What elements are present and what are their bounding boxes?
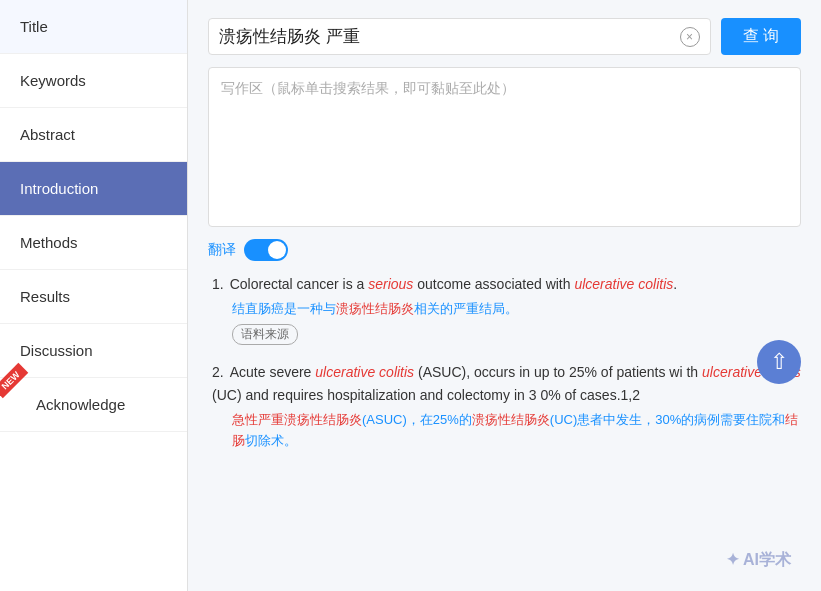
scroll-up-button[interactable]: ⇧ xyxy=(757,340,801,384)
sidebar-item-title[interactable]: Title xyxy=(0,0,187,54)
sidebar-item-discussion[interactable]: Discussion xyxy=(0,324,187,378)
translate-label: 翻译 xyxy=(208,241,236,259)
translate-toggle[interactable] xyxy=(244,239,288,261)
result-en-part: . xyxy=(673,276,677,292)
search-query: 溃疡性结肠炎 严重 xyxy=(219,25,680,48)
result-en-text: 2.Acute severe ulcerative colitis (ASUC)… xyxy=(212,361,801,406)
search-bar: 溃疡性结肠炎 严重 × 查 询 xyxy=(208,18,801,55)
result-item: 2.Acute severe ulcerative colitis (ASUC)… xyxy=(208,361,801,451)
result-cn-part: 相关的严重结局。 xyxy=(414,301,518,316)
sidebar-item-results[interactable]: Results xyxy=(0,270,187,324)
result-cn-text: 急性严重溃疡性结肠炎(ASUC)，在25%的溃疡性结肠炎(UC)患者中发生，30… xyxy=(212,410,801,452)
corpus-tag[interactable]: 语料来源 xyxy=(232,324,298,345)
result-cn-part: 溃疡性结肠炎 xyxy=(472,412,550,427)
result-en-part: (ASUC), occurs in up to 25% of patients … xyxy=(414,364,702,380)
sidebar-item-abstract[interactable]: Abstract xyxy=(0,108,187,162)
search-input-wrapper: 溃疡性结肠炎 严重 × xyxy=(208,18,711,55)
sidebar-item-label: Abstract xyxy=(20,126,75,143)
search-button[interactable]: 查 询 xyxy=(721,18,801,55)
result-en-part: outcome associated with xyxy=(413,276,574,292)
result-en-part: (UC) and requires hospitalization and co… xyxy=(212,387,640,403)
sidebar-item-label: Keywords xyxy=(20,72,86,89)
result-cn-text: 结直肠癌是一种与溃疡性结肠炎相关的严重结局。 xyxy=(212,299,801,320)
result-cn-part: (UC)患者中发生，30%的病例需要住院和 xyxy=(550,412,785,427)
sidebar-item-label: Methods xyxy=(20,234,78,251)
sidebar-item-label: Results xyxy=(20,288,70,305)
result-cn-part: 切除术。 xyxy=(245,433,297,448)
sidebar-item-acknowledge[interactable]: NEWAcknowledge xyxy=(0,378,187,432)
main-content: 溃疡性结肠炎 严重 × 查 询 写作区（鼠标单击搜索结果，即可黏贴至此处） 翻译… xyxy=(188,0,821,591)
result-en-part: ulcerative colitis xyxy=(315,364,414,380)
sidebar-item-label: Introduction xyxy=(20,180,98,197)
clear-button[interactable]: × xyxy=(680,27,700,47)
sidebar-item-label: Discussion xyxy=(20,342,93,359)
result-cn-part: 溃疡性结肠炎 xyxy=(284,412,362,427)
sidebar-item-label: Title xyxy=(20,18,48,35)
result-en-part: Acute severe xyxy=(230,364,316,380)
sidebar: TitleKeywordsAbstractIntroductionMethods… xyxy=(0,0,188,591)
result-en-text: 1.Colorectal cancer is a serious outcome… xyxy=(212,273,801,295)
result-cn-part: 结直肠癌是一种与 xyxy=(232,301,336,316)
sidebar-item-introduction[interactable]: Introduction xyxy=(0,162,187,216)
result-cn-part: (ASUC)，在25%的 xyxy=(362,412,472,427)
result-cn-part: 溃疡性结肠炎 xyxy=(336,301,414,316)
sidebar-item-methods[interactable]: Methods xyxy=(0,216,187,270)
result-en-part: ulcerative colitis xyxy=(574,276,673,292)
toggle-knob xyxy=(268,241,286,259)
result-en-part: serious xyxy=(368,276,413,292)
result-number: 2. xyxy=(212,364,224,380)
writing-area[interactable]: 写作区（鼠标单击搜索结果，即可黏贴至此处） xyxy=(208,67,801,227)
result-item: 1.Colorectal cancer is a serious outcome… xyxy=(208,273,801,345)
result-number: 1. xyxy=(212,276,224,292)
results-list: 1.Colorectal cancer is a serious outcome… xyxy=(208,273,801,452)
sidebar-item-label: Acknowledge xyxy=(20,396,125,413)
sidebar-item-keywords[interactable]: Keywords xyxy=(0,54,187,108)
result-en-part: Colorectal cancer is a xyxy=(230,276,369,292)
result-cn-part: 急性严重 xyxy=(232,412,284,427)
translate-row: 翻译 xyxy=(208,239,801,261)
